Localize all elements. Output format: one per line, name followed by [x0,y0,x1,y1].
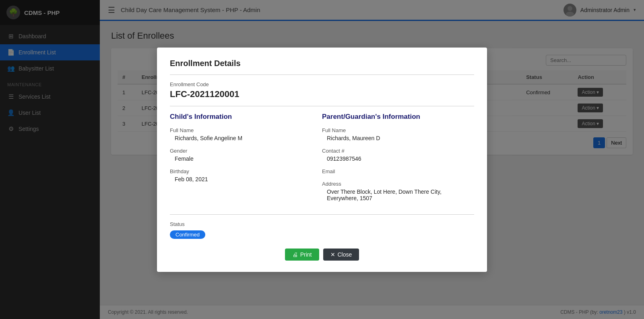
modal-divider-top [170,75,474,75]
child-gender-label: Gender [170,148,322,154]
parent-info-column: Parent/Guardian's Information Full Name … [322,113,474,208]
modal-divider-mid [170,106,474,106]
modal-divider-bottom [170,214,474,215]
child-section-title: Child's Information [170,113,322,121]
close-label: Close [338,251,352,258]
parent-fullname-value: Richards, Maureen D [322,135,474,141]
parent-section-title: Parent/Guardian's Information [322,113,474,121]
child-fullname-label: Full Name [170,127,322,133]
status-badge: Confirmed [170,230,205,239]
print-button[interactable]: 🖨 Print [285,249,319,261]
modal-overlay[interactable]: Enrollment Details Enrollment Code LFC-2… [0,0,644,319]
close-button[interactable]: ✕ Close [323,249,359,261]
parent-address-label: Address [322,181,474,187]
child-birthday-value: Feb 08, 2021 [170,176,322,182]
printer-icon: 🖨 [292,251,298,258]
child-birthday-label: Birthday [170,168,322,174]
parent-address-value: Over There Block, Lot Here, Down There C… [322,188,474,201]
enrollment-details-modal: Enrollment Details Enrollment Code LFC-2… [157,48,487,272]
parent-email-label: Email [322,168,474,174]
child-gender-value: Female [170,155,322,162]
print-label: Print [300,251,312,258]
parent-fullname-label: Full Name [322,127,474,133]
parent-contact-value: 09123987546 [322,155,474,162]
modal-footer: 🖨 Print ✕ Close [170,249,474,261]
close-x-icon: ✕ [330,251,335,258]
info-section: Child's Information Full Name Richards, … [170,113,474,208]
child-info-column: Child's Information Full Name Richards, … [170,113,322,208]
enrollment-code-value: LFC-2021120001 [170,89,474,99]
modal-title: Enrollment Details [170,59,474,68]
enrollment-code-label: Enrollment Code [170,81,474,87]
status-section: Status Confirmed [170,221,474,239]
parent-contact-label: Contact # [322,148,474,154]
child-fullname-value: Richards, Sofie Angeline M [170,135,322,141]
status-label: Status [170,221,474,227]
